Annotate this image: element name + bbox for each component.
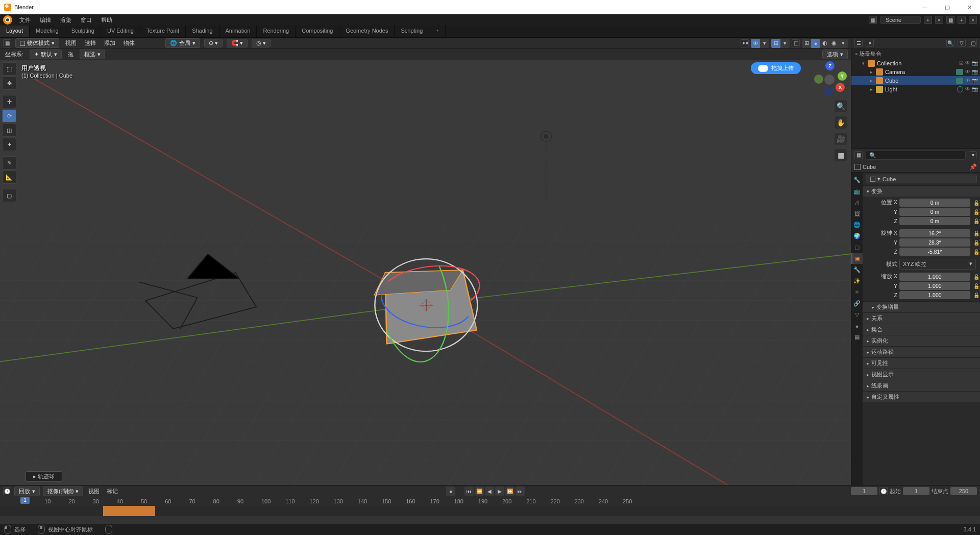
camera-view-icon[interactable]: 🎥 [835,133,847,145]
ptab-physics[interactable]: ⚛ [851,287,863,298]
properties-search-input[interactable] [866,151,966,160]
ptab-material[interactable]: ● [851,321,863,331]
jump-start[interactable]: ⏮ [464,487,474,496]
orientation-select[interactable]: 🌐 全局 ▾ [165,38,200,48]
rotation-mode-select[interactable]: XYZ 欧拉▾ [899,259,976,270]
panel-custom-props[interactable]: ▸自定义属性 [863,391,980,402]
perspective-toggle-icon[interactable]: ▦ [835,149,847,161]
timeline-body[interactable]: 1 01020304050607080901001101201301401501… [0,497,980,524]
options-dropdown[interactable]: 选项 ▾ [822,50,848,59]
keying-menu[interactable]: 抠像(插帧) ▾ [43,487,83,496]
tool-measure[interactable]: 📐 [2,171,16,184]
minimize-button[interactable]: — [918,3,932,12]
tool-annotate[interactable]: ✎ [2,156,16,169]
breadcrumb-object[interactable]: Cube [863,164,876,170]
data-breadcrumb[interactable]: ▾ Cube [866,175,977,183]
panel-transform-header[interactable]: ▾变换 [863,185,980,197]
tab-compositing[interactable]: Compositing [296,26,339,37]
rotation-x[interactable] [899,229,970,237]
ptab-data[interactable]: ▽ [851,309,863,320]
frame-start[interactable]: 1 [903,487,929,495]
drag-action[interactable]: 框选 ▾ [80,50,105,59]
rotation-z[interactable] [899,248,970,256]
menu-file[interactable]: 文件 [15,15,35,26]
tab-layout[interactable]: Layout [0,26,30,37]
tool-transform[interactable]: ✦ [2,138,16,151]
tool-add-cube[interactable]: ▢ [2,189,16,202]
panel-motion-paths[interactable]: ▸运动路径 [863,346,980,357]
jump-next-key[interactable]: ⏩ [505,487,514,496]
timeline-track[interactable] [0,506,980,516]
panel-visibility[interactable]: ▸可见性 [863,357,980,369]
ptab-scene[interactable]: 🌐 [851,220,863,230]
rotation-y[interactable] [899,238,970,247]
ptab-constraints[interactable]: 🔗 [851,298,863,309]
ptab-modifiers[interactable]: 🔧 [851,264,863,275]
menu-select[interactable]: 选择 [83,39,98,47]
ptab-viewlayer[interactable]: 🖼 [851,208,863,219]
timeline-view-menu[interactable]: 视图 [86,488,102,495]
proportional-toggle[interactable]: ◎ ▾ [252,39,271,47]
scene-name-field[interactable]: Scene [880,16,921,24]
close-button[interactable]: ✕ [963,3,976,12]
scene-browse-icon[interactable]: ▦ [869,16,877,24]
properties-options-icon[interactable]: ▾ [969,151,977,159]
scale-y[interactable] [899,282,970,290]
scale-x[interactable] [899,273,970,281]
pin-icon[interactable]: 📌 [969,163,977,171]
shading-options[interactable]: ▾ [839,39,848,48]
timeline-ruler[interactable]: 1 01020304050607080901001101201301401501… [0,497,980,506]
ptab-texture[interactable]: ▦ [851,332,863,343]
autokey-toggle[interactable]: ● [446,487,455,496]
gizmo-visibility-icon[interactable]: ✦▾ [741,39,749,47]
scale-z[interactable] [899,291,970,299]
menu-view[interactable]: 视图 [63,39,79,47]
tool-move[interactable]: ✢ [2,95,16,108]
current-frame[interactable]: 1 [851,487,877,495]
outliner-display-mode[interactable]: ▾ [866,39,874,47]
properties-editor-icon[interactable]: ▦ [854,151,863,159]
zoom-icon[interactable]: 🔍 [835,100,847,112]
menu-add[interactable]: 添加 [102,39,117,47]
jump-end[interactable]: ⏭ [516,487,525,496]
tab-sculpting[interactable]: Sculpting [65,26,101,37]
menu-render[interactable]: 渲染 [56,15,76,26]
tab-add[interactable]: + [429,26,445,37]
playback-menu[interactable]: 回放 ▾ [14,487,40,496]
menu-object[interactable]: 物体 [121,39,137,47]
menu-window[interactable]: 窗口 [77,15,96,26]
nav-gizmo[interactable]: Z Y X [813,63,846,96]
viewlayer-browse-icon[interactable]: ▦ [946,16,954,24]
location-x[interactable] [899,199,970,207]
xray-toggle[interactable]: ◫ [792,39,800,47]
location-z[interactable] [899,217,970,225]
shading-wireframe[interactable]: ⊞ [802,39,811,48]
timeline-marker-menu[interactable]: 标记 [105,488,120,495]
preview-range-icon[interactable]: 🕐 [879,487,888,495]
play-reverse[interactable]: ◀ [485,487,494,496]
panel-lineart[interactable]: ▸线条画 [863,380,980,391]
maximize-button[interactable]: ▢ [941,3,954,12]
outliner-item-cube[interactable]: ▸ Cube 👁 📷 [851,76,980,85]
tab-modeling[interactable]: Modeling [30,26,65,37]
tab-scripting[interactable]: Scripting [395,26,429,37]
panel-collections[interactable]: ▸集合 [863,324,980,335]
outliner-search-icon[interactable]: 🔍 [946,39,954,47]
ptab-output[interactable]: 🖨 [851,197,863,208]
tab-uv-editing[interactable]: UV Editing [101,26,140,37]
menu-help[interactable]: 帮助 [97,15,116,26]
overlays-toggle[interactable]: ⊞▾ [771,39,790,48]
collection-row[interactable]: ▾ Collection ☑ 👁 📷 [851,59,980,67]
outliner-filter-icon[interactable]: ▽ [958,39,966,47]
ptab-object[interactable]: ▣ [851,253,863,264]
panel-viewport-display[interactable]: ▸视图显示 [863,369,980,380]
object-type-visibility[interactable]: 👁▾ [751,39,769,48]
ptab-tool[interactable]: 🔧 [851,175,863,185]
orientation-default[interactable]: ✦ 默认 ▾ [30,50,62,59]
outliner-new-collection-icon[interactable]: ▢ [969,39,977,47]
ptab-world[interactable]: 🌍 [851,231,863,241]
pivot-select[interactable]: ⊙ ▾ [204,39,223,47]
panel-delta-transform[interactable]: ▸变换增量 [863,301,980,312]
shading-matprev[interactable]: ◐ [820,39,829,48]
tab-geometry-nodes[interactable]: Geometry Nodes [339,26,395,37]
